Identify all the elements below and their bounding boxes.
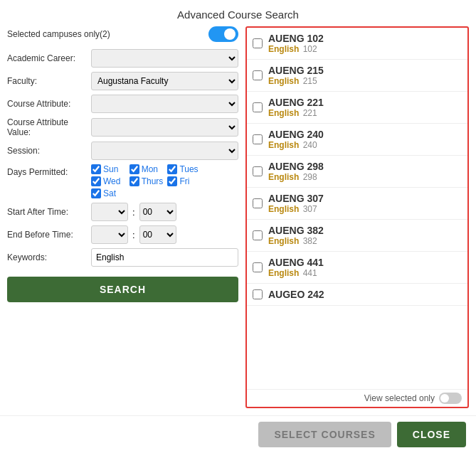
day-wed-checkbox[interactable] — [91, 176, 101, 186]
left-panel: Selected campuses only(2) Academic Caree… — [7, 26, 238, 408]
selected-campuses-toggle[interactable] — [208, 26, 238, 42]
course-code: AUENG 221 — [268, 97, 324, 108]
course-checkbox-4[interactable] — [253, 166, 263, 176]
course-number: 382 — [300, 236, 317, 246]
right-panel: AUENG 102English 102AUENG 215English 215… — [245, 26, 469, 408]
days-permitted-row: Days Permitted: Sun Mon Tues — [7, 164, 238, 198]
course-checkbox-1[interactable] — [253, 70, 263, 80]
day-fri-checkbox[interactable] — [167, 176, 177, 186]
faculty-row: Faculty: Augustana Faculty — [7, 72, 238, 90]
course-checkbox-5[interactable] — [253, 198, 263, 208]
course-attribute-value-select[interactable] — [91, 118, 238, 137]
keywords-input[interactable] — [91, 248, 238, 267]
modal: Advanced Course Search Selected campuses… — [0, 0, 476, 453]
day-sun[interactable]: Sun — [91, 164, 125, 174]
course-code: AUENG 298 — [268, 161, 324, 172]
mini-toggle-slider — [439, 393, 462, 404]
course-checkbox-7[interactable] — [253, 262, 263, 272]
modal-body: Selected campuses only(2) Academic Caree… — [0, 26, 476, 415]
course-number: 102 — [300, 44, 317, 54]
day-sat-checkbox[interactable] — [91, 188, 101, 198]
list-item[interactable]: AUGEO 242 — [247, 284, 467, 306]
course-subject: English — [268, 172, 299, 182]
end-before-hour-select[interactable] — [91, 225, 128, 244]
end-before-separator: : — [132, 230, 135, 240]
day-sun-checkbox[interactable] — [91, 164, 101, 174]
modal-title: Advanced Course Search — [0, 0, 476, 26]
course-subject: English — [268, 140, 299, 150]
list-item[interactable]: AUENG 102English 102 — [247, 28, 467, 60]
list-item[interactable]: AUENG 215English 215 — [247, 60, 467, 92]
course-checkbox-8[interactable] — [253, 289, 263, 299]
day-sun-label: Sun — [103, 164, 118, 174]
day-sat[interactable]: Sat — [91, 188, 125, 198]
end-before-min-select[interactable]: 00 — [139, 225, 176, 244]
session-select[interactable] — [91, 142, 238, 160]
course-number: 240 — [300, 140, 317, 150]
course-attribute-select[interactable] — [91, 95, 238, 113]
day-mon[interactable]: Mon — [129, 164, 164, 174]
day-thurs[interactable]: Thurs — [129, 176, 164, 186]
view-selected-row: View selected only — [247, 389, 467, 407]
course-checkbox-3[interactable] — [253, 134, 263, 144]
academic-career-select[interactable] — [91, 49, 238, 68]
day-thurs-checkbox[interactable] — [129, 176, 139, 186]
course-code: AUENG 102 — [268, 33, 324, 44]
list-item[interactable]: AUENG 382English 382 — [247, 220, 467, 252]
list-item[interactable]: AUENG 298English 298 — [247, 156, 467, 188]
end-before-time-row: End Before Time: : 00 — [7, 225, 238, 244]
modal-footer: SELECT COURSES CLOSE — [0, 415, 476, 453]
list-item[interactable]: AUENG 307English 307 — [247, 188, 467, 220]
course-checkbox-0[interactable] — [253, 38, 263, 48]
start-after-time-controls: : 00 — [91, 203, 176, 221]
course-subject: English — [268, 76, 299, 86]
view-selected-toggle[interactable] — [439, 393, 462, 404]
list-item[interactable]: AUENG 441English 441 — [247, 252, 467, 284]
list-item[interactable]: AUENG 221English 221 — [247, 92, 467, 124]
day-fri-label: Fri — [179, 176, 189, 186]
course-code: AUENG 441 — [268, 257, 324, 268]
keywords-row: Keywords: — [7, 248, 238, 267]
list-item[interactable]: AUENG 240English 240 — [247, 124, 467, 156]
close-button[interactable]: CLOSE — [397, 422, 466, 447]
day-wed-label: Wed — [103, 176, 120, 186]
day-tues[interactable]: Tues — [167, 164, 201, 174]
days-grid: Sun Mon Tues Wed — [91, 164, 201, 198]
course-subject: English — [268, 204, 299, 214]
course-attribute-label: Course Attribute: — [7, 99, 85, 109]
course-code: AUENG 382 — [268, 225, 324, 236]
selected-campuses-row: Selected campuses only(2) — [7, 26, 238, 42]
day-mon-label: Mon — [142, 164, 158, 174]
course-attribute-value-row: Course Attribute Value: — [7, 117, 238, 137]
toggle-slider — [208, 26, 238, 42]
day-fri[interactable]: Fri — [167, 176, 201, 186]
course-checkbox-2[interactable] — [253, 102, 263, 112]
select-courses-button[interactable]: SELECT COURSES — [258, 422, 391, 447]
academic-career-label: Academic Career: — [7, 53, 85, 63]
session-row: Session: — [7, 142, 238, 160]
course-code: AUENG 240 — [268, 129, 324, 140]
day-mon-checkbox[interactable] — [129, 164, 139, 174]
start-after-hour-select[interactable] — [91, 203, 128, 221]
day-wed[interactable]: Wed — [91, 176, 125, 186]
search-button[interactable]: SEARCH — [7, 277, 238, 302]
course-number: 221 — [300, 108, 317, 118]
session-label: Session: — [7, 146, 85, 156]
course-subject: English — [268, 44, 299, 54]
day-thurs-label: Thurs — [142, 176, 164, 186]
course-code: AUGEO 242 — [268, 289, 324, 300]
course-attribute-row: Course Attribute: — [7, 95, 238, 113]
start-after-time-row: Start After Time: : 00 — [7, 203, 238, 221]
day-tues-label: Tues — [179, 164, 198, 174]
end-before-label: End Before Time: — [7, 230, 85, 240]
start-after-min-select[interactable]: 00 — [139, 203, 176, 221]
faculty-label: Faculty: — [7, 76, 85, 86]
view-selected-label: View selected only — [364, 393, 435, 403]
keywords-label: Keywords: — [7, 252, 85, 262]
day-tues-checkbox[interactable] — [167, 164, 177, 174]
day-sat-label: Sat — [103, 188, 116, 198]
start-after-separator: : — [132, 207, 135, 218]
course-checkbox-6[interactable] — [253, 230, 263, 240]
course-number: 307 — [300, 204, 317, 214]
faculty-select[interactable]: Augustana Faculty — [91, 72, 238, 90]
